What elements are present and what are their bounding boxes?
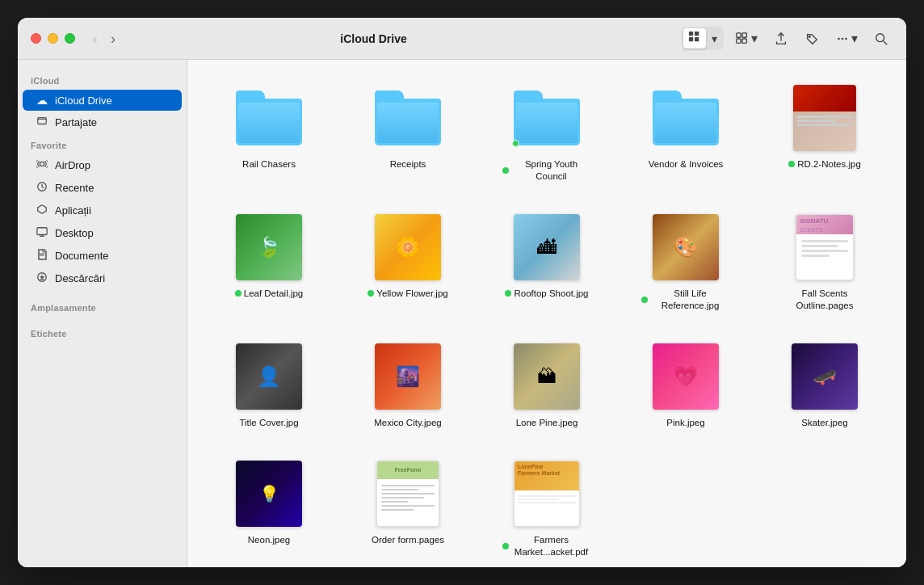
file-name-vendor-invoices: Vendor & Invoices xyxy=(649,158,724,170)
file-item-lone-pine[interactable]: 🏔 Lone Pine.jpeg xyxy=(481,335,612,436)
file-name-order-form: Order form.pages xyxy=(372,534,444,546)
gallery-view-button[interactable]: ▾ xyxy=(730,27,762,49)
sidebar-item-aplicatii[interactable]: Aplicații xyxy=(23,200,182,221)
image-thumb-lone-pine: 🏔 xyxy=(511,341,582,412)
file-name-rail-chasers: Rail Chasers xyxy=(242,158,296,170)
file-item-rd2-notes[interactable]: RD.2-Notes.jpg xyxy=(759,76,890,189)
file-item-spring-youth-council[interactable]: Spring Youth Council xyxy=(481,76,612,189)
close-button[interactable] xyxy=(31,33,41,44)
sidebar-item-icloud-drive[interactable]: ☁ iCloud Drive xyxy=(23,90,182,111)
lone-pine-image-preview: 🏔 xyxy=(514,343,580,410)
search-button[interactable] xyxy=(869,28,893,49)
share-button[interactable] xyxy=(769,28,793,49)
status-dot-spring xyxy=(502,167,509,174)
folder-thumb xyxy=(511,82,582,154)
toolbar-right: ▾ ▾ xyxy=(682,27,893,50)
rooftop-image-preview: 🏙 xyxy=(514,214,580,280)
file-item-vendor-invoices[interactable]: Vendor & Invoices xyxy=(620,76,751,189)
pink-image-preview: 💗 xyxy=(653,343,719,410)
more-button[interactable]: ▾ xyxy=(830,27,863,49)
svg-line-13 xyxy=(884,40,888,44)
file-item-receipts[interactable]: Receipts xyxy=(342,76,473,189)
sidebar: iCloud ☁ iCloud Drive Partajate Favorite xyxy=(18,60,187,567)
sidebar-label-aplicatii: Aplicații xyxy=(55,204,91,217)
image-thumb-rooftop: 🏙 xyxy=(511,212,582,283)
file-name-fall-scents: Fall Scents Outline.pages xyxy=(784,288,865,312)
file-item-mexico-city[interactable]: 🌆 Mexico City.jpeg xyxy=(342,335,473,436)
file-item-rail-chasers[interactable]: Rail Chasers xyxy=(204,76,334,189)
sidebar-label-documente: Documente xyxy=(55,250,108,262)
sidebar-item-airdrop[interactable]: AirDrop xyxy=(23,154,182,176)
yellow-flower-image-preview: 🌼 xyxy=(375,214,441,280)
document-icon xyxy=(36,249,48,263)
sidebar-label-icloud-drive: iCloud Drive xyxy=(55,95,112,107)
tag-button[interactable] xyxy=(800,28,824,49)
chevron-icon[interactable]: ▾ xyxy=(707,28,722,48)
status-dot-farmers xyxy=(502,543,509,549)
status-dot-rooftop xyxy=(505,290,511,297)
file-name-pink: Pink.jpeg xyxy=(666,417,704,429)
file-name-lone-pine: Lone Pine.jpeg xyxy=(516,417,578,429)
file-item-still-life[interactable]: 🎨 Still Life Reference.jpg xyxy=(620,205,751,318)
file-name-yellow-flower: Yellow Flower.jpg xyxy=(376,288,447,300)
sidebar-item-descarcari[interactable]: Descărcări xyxy=(23,267,182,289)
sidebar-section-favorite: Favorite xyxy=(18,134,187,154)
image-thumb-yellow-flower: 🌼 xyxy=(372,212,443,283)
status-dot-leaf xyxy=(235,290,242,297)
airdrop-icon xyxy=(36,158,48,172)
file-item-pink[interactable]: 💗 Pink.jpeg xyxy=(620,335,751,436)
image-thumb-neon: 💡 xyxy=(233,458,304,529)
status-dot-still-life xyxy=(641,297,648,303)
file-name-receipts: Receipts xyxy=(390,158,426,170)
sidebar-item-recente[interactable]: Recente xyxy=(23,177,182,199)
file-name-skater: Skater.jpeg xyxy=(801,417,848,429)
minimize-button[interactable] xyxy=(48,33,58,44)
sidebar-section-locations: Amplasamente xyxy=(18,297,187,316)
file-item-order-form[interactable]: FreeForm Order fo xyxy=(342,452,473,565)
title-cover-image-preview: 👤 xyxy=(236,343,302,410)
file-name-mexico-city: Mexico City.jpeg xyxy=(374,417,442,429)
pdf-thumb-farmers-market: LonePineFarmers Market xyxy=(511,458,582,529)
file-name-spring-youth-council: Spring Youth Council xyxy=(511,158,592,183)
file-item-fall-scents[interactable]: SIGNATU SCENTS Fall Scents Outline.pa xyxy=(759,205,890,318)
sidebar-item-desktop[interactable]: Desktop xyxy=(23,222,182,244)
file-item-rooftop-shoot[interactable]: 🏙 Rooftop Shoot.jpg xyxy=(481,205,612,318)
file-item-title-cover[interactable]: 👤 Title Cover.jpg xyxy=(204,335,334,436)
file-item-farmers-market[interactable]: LonePineFarmers Market Farmers Market...… xyxy=(481,452,612,565)
sidebar-label-recente: Recente xyxy=(55,182,94,194)
sidebar-item-documente[interactable]: Documente xyxy=(23,245,182,267)
file-name-still-life: Still Life Reference.jpg xyxy=(650,288,731,312)
svg-rect-4 xyxy=(737,32,741,36)
status-dot-yellow-flower xyxy=(368,290,374,297)
file-item-neon[interactable]: 💡 Neon.jpeg xyxy=(204,452,334,565)
svg-rect-17 xyxy=(37,228,47,235)
image-thumb-mexico-city: 🌆 xyxy=(372,341,443,412)
icloud-icon: ☁ xyxy=(36,94,48,107)
mexico-city-image-preview: 🌆 xyxy=(375,343,441,410)
file-item-yellow-flower[interactable]: 🌼 Yellow Flower.jpg xyxy=(342,205,473,318)
main-content: iCloud ☁ iCloud Drive Partajate Favorite xyxy=(18,60,906,567)
svg-point-8 xyxy=(808,36,810,37)
pages-thumb-order-form: FreeForm xyxy=(372,458,443,529)
file-name-neon: Neon.jpeg xyxy=(248,534,290,546)
svg-point-12 xyxy=(876,33,884,41)
svg-point-11 xyxy=(845,37,847,40)
icon-view-button[interactable] xyxy=(683,28,706,48)
svg-point-15 xyxy=(40,162,44,166)
pages-thumb-fall-scents: SIGNATU SCENTS xyxy=(789,212,860,283)
file-item-leaf-detail[interactable]: 🍃 Leaf Detail.jpg xyxy=(204,205,334,318)
file-item-skater[interactable]: 🛹 Skater.jpeg xyxy=(759,335,890,436)
sidebar-item-partajate[interactable]: Partajate xyxy=(23,112,182,133)
svg-rect-0 xyxy=(689,32,693,36)
file-grid: Rail Chasers Receipts xyxy=(187,60,906,567)
leaf-image-preview: 🍃 xyxy=(236,214,302,280)
svg-rect-5 xyxy=(742,32,746,36)
clock-icon xyxy=(36,181,48,195)
image-thumb-skater: 🛹 xyxy=(789,341,860,412)
image-thumb-pink: 💗 xyxy=(650,341,721,412)
window-title: iCloud Drive xyxy=(65,32,682,45)
status-dot-rd2 xyxy=(788,161,795,167)
download-icon xyxy=(36,271,48,285)
view-toggle: ▾ xyxy=(682,27,724,50)
image-thumb-title-cover: 👤 xyxy=(233,341,304,412)
